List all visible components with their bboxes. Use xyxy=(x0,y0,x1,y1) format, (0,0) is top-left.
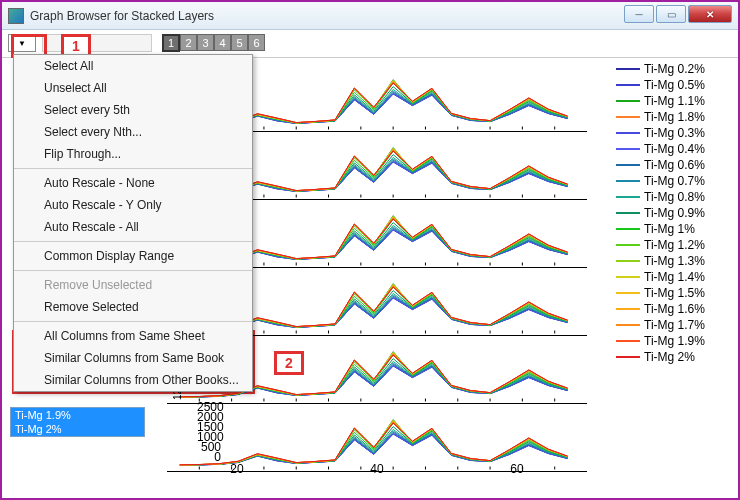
legend-swatch xyxy=(616,180,640,182)
menu-auto-rescale-y[interactable]: Auto Rescale - Y Only xyxy=(14,194,252,216)
legend-entry[interactable]: Ti-Mg 1.7% xyxy=(616,318,726,332)
legend-swatch xyxy=(616,276,640,278)
legend-label: Ti-Mg 0.3% xyxy=(644,126,705,140)
legend-entry[interactable]: Ti-Mg 0.3% xyxy=(616,126,726,140)
legend-entry[interactable]: Ti-Mg 0.9% xyxy=(616,206,726,220)
page-3[interactable]: 3 xyxy=(197,34,214,51)
page-4[interactable]: 4 xyxy=(214,34,231,51)
legend-label: Ti-Mg 1.5% xyxy=(644,286,705,300)
menu-similar-columns-other-books[interactable]: Similar Columns from Other Books... xyxy=(14,369,252,391)
legend-entry[interactable]: Ti-Mg 0.8% xyxy=(616,190,726,204)
legend-swatch xyxy=(616,324,640,326)
legend-label: Ti-Mg 0.6% xyxy=(644,158,705,172)
legend-label: Ti-Mg 1.7% xyxy=(644,318,705,332)
legend-swatch xyxy=(616,212,640,214)
list-item[interactable]: Ti-Mg 2% xyxy=(11,422,144,436)
menu-select-all[interactable]: Select All xyxy=(14,55,252,77)
legend-swatch xyxy=(616,132,640,134)
menu-sep-2 xyxy=(14,241,252,242)
legend-label: Ti-Mg 0.9% xyxy=(644,206,705,220)
page-buttons: 1 2 3 4 5 6 xyxy=(162,34,265,52)
legend-entry[interactable]: Ti-Mg 1.6% xyxy=(616,302,726,316)
y-axis-ticks: 2500 2000 1500 1000 500 0 xyxy=(197,402,221,462)
menu-unselect-all[interactable]: Unselect All xyxy=(14,77,252,99)
legend-swatch xyxy=(616,116,640,118)
legend-entry[interactable]: Ti-Mg 0.4% xyxy=(616,142,726,156)
legend-swatch xyxy=(616,244,640,246)
window-buttons xyxy=(624,5,732,23)
legend-entry[interactable]: Ti-Mg 0.2% xyxy=(616,62,726,76)
legend-swatch xyxy=(616,196,640,198)
toolbar-spacer xyxy=(42,34,152,52)
legend-label: Ti-Mg 0.8% xyxy=(644,190,705,204)
legend-entry[interactable]: Ti-Mg 1.4% xyxy=(616,270,726,284)
legend-entry[interactable]: Ti-Mg 1.8% xyxy=(616,110,726,124)
legend-label: Ti-Mg 2% xyxy=(644,350,695,364)
legend-entry[interactable]: Ti-Mg 2% xyxy=(616,350,726,364)
legend-label: Ti-Mg 0.5% xyxy=(644,78,705,92)
maximize-button[interactable] xyxy=(656,5,686,23)
list-item[interactable]: Ti-Mg 1.9% xyxy=(11,408,144,422)
legend-label: Ti-Mg 0.2% xyxy=(644,62,705,76)
legend-swatch xyxy=(616,308,640,310)
legend-entry[interactable]: Ti-Mg 1.9% xyxy=(616,334,726,348)
menu-all-columns-same-sheet[interactable]: All Columns from Same Sheet xyxy=(14,325,252,347)
menu-auto-rescale-none[interactable]: Auto Rescale - None xyxy=(14,172,252,194)
menu-sep-3 xyxy=(14,270,252,271)
menu-common-display-range[interactable]: Common Display Range xyxy=(14,245,252,267)
legend-swatch xyxy=(616,260,640,262)
window-title: Graph Browser for Stacked Layers xyxy=(30,9,214,23)
legend-label: Ti-Mg 0.7% xyxy=(644,174,705,188)
legend-entry[interactable]: Ti-Mg 1% xyxy=(616,222,726,236)
legend-label: Ti-Mg 1.3% xyxy=(644,254,705,268)
legend-label: Ti-Mg 1.8% xyxy=(644,110,705,124)
legend-label: Ti-Mg 1.4% xyxy=(644,270,705,284)
legend: Ti-Mg 0.2%Ti-Mg 0.5%Ti-Mg 1.1%Ti-Mg 1.8%… xyxy=(616,62,726,364)
legend-swatch xyxy=(616,292,640,294)
x-tick: 40 xyxy=(370,462,383,476)
close-button[interactable] xyxy=(688,5,732,23)
menu-select-every-5th[interactable]: Select every 5th xyxy=(14,99,252,121)
legend-swatch xyxy=(616,228,640,230)
minimize-button[interactable] xyxy=(624,5,654,23)
legend-label: Ti-Mg 1.1% xyxy=(644,94,705,108)
legend-swatch xyxy=(616,356,640,358)
page-2[interactable]: 2 xyxy=(180,34,197,51)
legend-label: Ti-Mg 0.4% xyxy=(644,142,705,156)
menu-similar-columns-same-book[interactable]: Similar Columns from Same Book xyxy=(14,347,252,369)
title-bar: Graph Browser for Stacked Layers xyxy=(2,2,738,30)
x-tick: 20 xyxy=(230,462,243,476)
page-1[interactable]: 1 xyxy=(162,34,180,52)
legend-entry[interactable]: Ti-Mg 1.3% xyxy=(616,254,726,268)
legend-swatch xyxy=(616,68,640,70)
menu-flip-through[interactable]: Flip Through... xyxy=(14,143,252,165)
legend-entry[interactable]: Ti-Mg 1.5% xyxy=(616,286,726,300)
legend-label: Ti-Mg 1% xyxy=(644,222,695,236)
legend-label: Ti-Mg 1.6% xyxy=(644,302,705,316)
menu-sep-1 xyxy=(14,168,252,169)
app-icon xyxy=(8,8,24,24)
options-menu: Select All Unselect All Select every 5th… xyxy=(13,54,253,392)
legend-entry[interactable]: Ti-Mg 1.1% xyxy=(616,94,726,108)
menu-auto-rescale-all[interactable]: Auto Rescale - All xyxy=(14,216,252,238)
legend-label: Ti-Mg 1.2% xyxy=(644,238,705,252)
x-axis-ticks: 20 40 60 xyxy=(167,462,587,476)
legend-entry[interactable]: Ti-Mg 0.7% xyxy=(616,174,726,188)
legend-swatch xyxy=(616,340,640,342)
legend-swatch xyxy=(616,164,640,166)
legend-entry[interactable]: Ti-Mg 0.6% xyxy=(616,158,726,172)
menu-sep-4 xyxy=(14,321,252,322)
x-tick: 60 xyxy=(510,462,523,476)
legend-entry[interactable]: Ti-Mg 0.5% xyxy=(616,78,726,92)
legend-swatch xyxy=(616,100,640,102)
menu-select-every-nth[interactable]: Select every Nth... xyxy=(14,121,252,143)
legend-swatch xyxy=(616,84,640,86)
legend-swatch xyxy=(616,148,640,150)
legend-label: Ti-Mg 1.9% xyxy=(644,334,705,348)
series-list: Ti-Mg 1.9% Ti-Mg 2% xyxy=(10,407,145,437)
legend-entry[interactable]: Ti-Mg 1.2% xyxy=(616,238,726,252)
page-5[interactable]: 5 xyxy=(231,34,248,51)
menu-remove-selected[interactable]: Remove Selected xyxy=(14,296,252,318)
page-6[interactable]: 6 xyxy=(248,34,265,51)
menu-remove-unselected: Remove Unselected xyxy=(14,274,252,296)
